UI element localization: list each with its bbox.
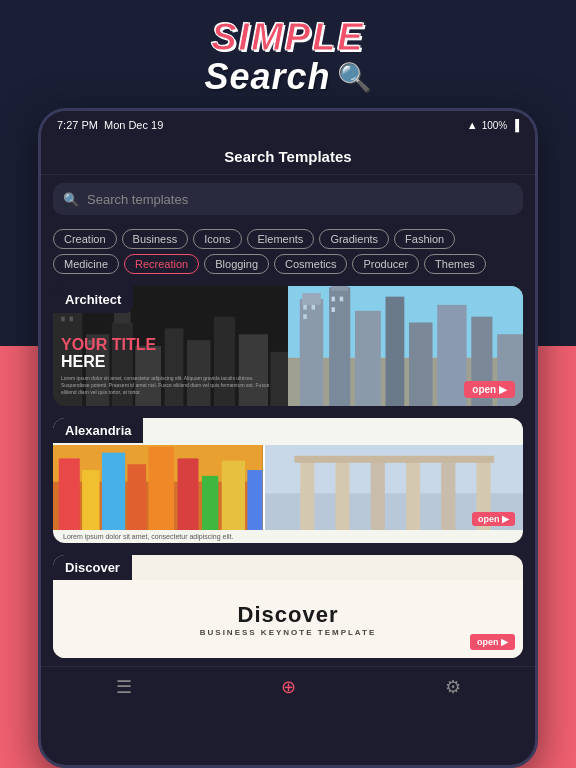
svg-rect-19 — [302, 293, 321, 305]
svg-rect-51 — [441, 458, 455, 530]
battery-label: 100% — [482, 120, 508, 131]
svg-rect-41 — [178, 458, 199, 530]
architect-template-card[interactable]: Architect — [53, 286, 523, 406]
svg-rect-38 — [102, 453, 125, 530]
svg-rect-29 — [312, 305, 316, 310]
discover-inner: Discover BUSINESS KEYNOTE TEMPLATE — [53, 580, 523, 658]
svg-rect-25 — [437, 305, 466, 406]
app-header: SIMPLE Search 🔍 — [204, 0, 371, 108]
magnifier-icon: 🔍 — [337, 61, 372, 94]
tags-container: Creation Business Icons Elements Gradien… — [41, 223, 535, 278]
alexandria-right-panel: LOREM IPSUM DOLOR SIT AMET — [265, 445, 524, 530]
status-time: 7:27 PM — [57, 119, 98, 131]
volume-up-button[interactable] — [537, 191, 538, 221]
svg-rect-37 — [82, 470, 99, 530]
svg-rect-36 — [59, 458, 80, 530]
tag-creation[interactable]: Creation — [53, 229, 117, 249]
tag-elements[interactable]: Elements — [247, 229, 315, 249]
search-bar[interactable]: 🔍 Search templates — [53, 183, 523, 215]
svg-rect-39 — [127, 464, 146, 530]
svg-rect-49 — [370, 458, 384, 530]
svg-rect-31 — [331, 297, 335, 302]
svg-rect-28 — [303, 305, 307, 310]
tag-producer[interactable]: Producer — [352, 254, 419, 274]
app-title-search: Search — [204, 56, 330, 98]
svg-rect-50 — [406, 458, 420, 530]
nav-bar: Search Templates — [41, 139, 535, 175]
svg-rect-18 — [300, 299, 324, 406]
svg-rect-20 — [329, 287, 350, 406]
svg-rect-43 — [222, 461, 245, 530]
architect-title-line2: HERE — [61, 353, 280, 371]
discover-title: Discover — [238, 602, 339, 628]
device-frame: 7:27 PM Mon Dec 19 ▲ 100% ▐ Search Templ… — [38, 108, 538, 768]
nav-title: Search Templates — [224, 148, 351, 165]
tag-business[interactable]: Business — [122, 229, 189, 249]
svg-rect-30 — [303, 314, 307, 319]
search-icon: 🔍 — [63, 192, 79, 207]
discover-open-button[interactable]: open ▶ — [470, 634, 515, 650]
tag-medicine[interactable]: Medicine — [53, 254, 119, 274]
search-placeholder: Search templates — [87, 192, 188, 207]
tag-blogging[interactable]: Blogging — [204, 254, 269, 274]
svg-rect-32 — [340, 297, 344, 302]
architect-text-overlay: YOUR TITLE HERE Lorem ipsum dolor sit am… — [61, 336, 280, 396]
nav-search-icon[interactable]: ⊕ — [281, 676, 296, 698]
svg-rect-23 — [386, 297, 405, 406]
tag-icons[interactable]: Icons — [193, 229, 241, 249]
discover-label: Discover — [53, 555, 132, 580]
svg-rect-21 — [331, 286, 347, 291]
status-bar: 7:27 PM Mon Dec 19 ▲ 100% ▐ — [41, 111, 535, 139]
tag-fashion[interactable]: Fashion — [394, 229, 455, 249]
svg-rect-44 — [247, 470, 262, 530]
alexandria-inner: LOREM IPSUM DOLOR SIT AMET — [53, 445, 523, 530]
power-button[interactable] — [537, 281, 538, 321]
alexandria-left-panel — [53, 445, 265, 530]
alexandria-template-card[interactable]: Alexandria — [53, 418, 523, 543]
svg-rect-47 — [300, 458, 314, 530]
svg-rect-22 — [355, 311, 381, 406]
alexandria-bottom-text: Lorem ipsum dolor sit amet, consectetur … — [53, 530, 523, 543]
tags-row: Creation Business Icons Elements Gradien… — [53, 229, 523, 274]
architect-right-panel: open ▶ — [288, 286, 523, 406]
tag-cosmetics[interactable]: Cosmetics — [274, 254, 347, 274]
main-content[interactable]: Architect — [41, 278, 535, 666]
nav-list-icon[interactable]: ☰ — [116, 676, 132, 698]
discover-template-card[interactable]: Discover Discover BUSINESS KEYNOTE TEMPL… — [53, 555, 523, 658]
wifi-icon: ▲ — [467, 119, 478, 131]
alexandria-open-button[interactable]: open ▶ — [472, 512, 515, 526]
status-icons: ▲ 100% ▐ — [467, 119, 519, 131]
svg-rect-24 — [409, 323, 433, 407]
status-date: Mon Dec 19 — [104, 119, 163, 131]
svg-rect-33 — [331, 307, 335, 312]
search-bar-container: 🔍 Search templates — [41, 175, 535, 223]
architect-label: Architect — [53, 286, 133, 313]
svg-rect-40 — [148, 447, 174, 530]
tag-themes[interactable]: Themes — [424, 254, 486, 274]
svg-rect-42 — [202, 476, 218, 530]
svg-rect-12 — [61, 317, 65, 322]
discover-subtitle: BUSINESS KEYNOTE TEMPLATE — [200, 628, 377, 637]
architect-title-line1: YOUR TITLE — [61, 336, 280, 354]
tag-gradients[interactable]: Gradients — [319, 229, 389, 249]
bottom-nav: ☰ ⊕ ⚙ — [41, 666, 535, 706]
nav-gear-icon[interactable]: ⚙ — [445, 676, 461, 698]
architect-open-button[interactable]: open ▶ — [464, 381, 515, 398]
alexandria-label: Alexandria — [53, 418, 143, 443]
app-title-simple: SIMPLE — [204, 18, 371, 56]
architect-body: Lorem ipsum dolor sit amet, consectetur … — [61, 375, 280, 396]
volume-down-button[interactable] — [537, 231, 538, 261]
svg-rect-48 — [335, 458, 349, 530]
svg-rect-13 — [69, 317, 73, 322]
tag-recreation[interactable]: Recreation — [124, 254, 199, 274]
svg-rect-53 — [294, 456, 494, 463]
battery-icon: ▐ — [511, 119, 519, 131]
